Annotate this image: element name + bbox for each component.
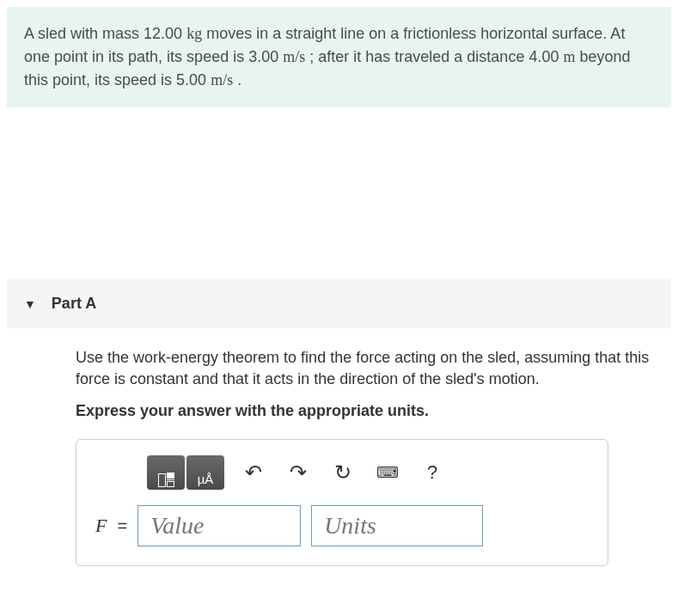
redo-icon: ↷ (290, 460, 307, 485)
special-char-icon: µÅ (198, 472, 214, 487)
problem-text-1: A sled with mass 12.00 (24, 25, 182, 42)
help-button[interactable]: ? (417, 459, 448, 486)
reset-button[interactable]: ↻ (327, 459, 358, 486)
reset-icon: ↻ (334, 460, 351, 485)
caret-down-icon: ▼ (24, 297, 36, 311)
keyboard-button[interactable]: ⌨ (372, 459, 403, 486)
redo-button[interactable]: ↷ (283, 459, 314, 486)
unit-ms-2: m/s (211, 71, 233, 88)
value-input[interactable] (137, 505, 301, 546)
variable-label: F (95, 515, 107, 537)
template-button-group: µÅ (147, 455, 224, 490)
part-body: Use the work-energy theorem to find the … (0, 328, 678, 583)
part-header[interactable]: ▼ Part A (7, 279, 671, 328)
instruction-text: Express your answer with the appropriate… (76, 402, 661, 420)
problem-text-3: ; after it has traveled a distance 4.00 (309, 48, 559, 65)
answer-box: µÅ ↶ ↷ ↻ ⌨ ? F = (76, 439, 608, 566)
help-icon: ? (427, 461, 437, 484)
keyboard-icon: ⌨ (376, 463, 399, 482)
part-label: Part A (52, 295, 96, 313)
unit-m: m (563, 48, 575, 65)
toolbar: µÅ ↶ ↷ ↻ ⌨ ? (147, 455, 589, 490)
equals-sign: = (117, 516, 127, 536)
question-text: Use the work-energy theorem to find the … (76, 347, 661, 390)
fraction-template-button[interactable] (147, 455, 185, 490)
fraction-template-icon (158, 473, 174, 487)
undo-button[interactable]: ↶ (238, 459, 269, 486)
undo-icon: ↶ (245, 460, 262, 485)
answer-row: F = (95, 505, 589, 546)
unit-kg: kg (186, 25, 202, 42)
problem-text-5: . (237, 71, 241, 88)
problem-statement: A sled with mass 12.00 kg moves in a str… (7, 7, 671, 107)
unit-ms-1: m/s (283, 48, 305, 65)
units-input[interactable] (311, 505, 483, 546)
special-char-button[interactable]: µÅ (186, 455, 224, 490)
